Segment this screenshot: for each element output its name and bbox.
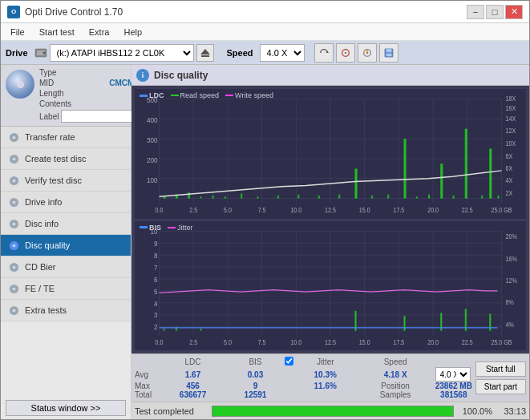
svg-text:18X: 18X xyxy=(506,95,516,103)
nav-item-cd-bier[interactable]: CD Bier xyxy=(1,256,131,278)
svg-text:22.5: 22.5 xyxy=(462,338,473,346)
max-bis: 9 xyxy=(227,382,284,390)
menu-file[interactable]: File xyxy=(4,26,31,38)
svg-rect-97 xyxy=(489,149,492,199)
disc-button[interactable] xyxy=(336,43,355,63)
avg-speed-value: 4.18 X xyxy=(356,367,435,382)
svg-text:0.0: 0.0 xyxy=(156,206,164,214)
svg-text:15.0: 15.0 xyxy=(359,338,370,346)
svg-text:200: 200 xyxy=(147,155,158,164)
svg-point-29 xyxy=(12,287,15,290)
svg-rect-94 xyxy=(453,196,455,199)
nav-item-drive-info[interactable]: Drive info xyxy=(1,192,131,213)
menu-extra[interactable]: Extra xyxy=(83,26,116,38)
svg-text:7: 7 xyxy=(154,263,158,272)
nav-item-extra-tests[interactable]: Extra tests xyxy=(1,300,131,321)
svg-text:2.5: 2.5 xyxy=(189,206,197,214)
legend-write-speed: Write speed xyxy=(225,91,273,99)
status-time: 33:13 xyxy=(497,406,526,416)
drive-icon xyxy=(34,46,47,59)
nav-item-disc-quality[interactable]: Disc quality xyxy=(1,235,131,256)
refresh-button[interactable] xyxy=(314,43,334,63)
nav-item-disc-info[interactable]: Disc info xyxy=(1,213,131,235)
svg-point-21 xyxy=(12,200,15,204)
svg-rect-147 xyxy=(200,329,201,330)
create-test-disc-label: Create test disc xyxy=(25,154,86,164)
start-part-button[interactable]: Start part xyxy=(475,379,526,394)
titlebar: O Opti Drive Control 1.70 − □ ✕ xyxy=(1,1,529,23)
app-icon: O xyxy=(7,6,20,18)
svg-text:20.0: 20.0 xyxy=(427,206,439,214)
nav-item-fe-te[interactable]: FE / TE xyxy=(1,278,131,300)
avg-ldc: 1.67 xyxy=(159,367,227,382)
svg-text:5.0: 5.0 xyxy=(224,206,232,214)
svg-point-27 xyxy=(12,265,15,269)
action-buttons: Start full Start part xyxy=(475,361,526,394)
menubar: File Start test Extra Help xyxy=(1,23,529,41)
speed-label: Speed xyxy=(227,48,253,58)
speed-select[interactable]: 4.0 X xyxy=(260,44,305,62)
svg-text:25.0 GB: 25.0 GB xyxy=(491,206,512,214)
progress-bar-container xyxy=(212,406,454,417)
svg-marker-3 xyxy=(200,49,210,55)
status-percent: 100.0% xyxy=(459,406,492,416)
legend-bis: BIS xyxy=(140,224,161,232)
nav-item-verify-test-disc[interactable]: Verify test disc xyxy=(1,170,131,192)
svg-rect-85 xyxy=(318,196,320,199)
nav-menu: Transfer rate Create test disc Verify te… xyxy=(1,127,131,321)
svg-rect-96 xyxy=(481,196,483,199)
drive-toolbar: Drive (k:) ATAPI iHBS112 2 CL0K Speed 4.… xyxy=(1,41,529,65)
total-ldc: 636677 xyxy=(159,390,227,399)
svg-text:7.5: 7.5 xyxy=(258,206,266,214)
svg-point-17 xyxy=(12,157,15,160)
legend-ldc: LDC xyxy=(140,91,164,99)
svg-text:100: 100 xyxy=(147,176,158,184)
status-text: Test completed xyxy=(135,406,207,416)
svg-text:6: 6 xyxy=(154,275,158,284)
svg-text:12.5: 12.5 xyxy=(325,206,336,214)
svg-text:16%: 16% xyxy=(506,255,517,263)
svg-rect-93 xyxy=(440,164,443,198)
svg-text:3: 3 xyxy=(154,310,158,319)
drive-select[interactable]: (k:) ATAPI iHBS112 2 CL0K xyxy=(50,44,194,62)
svg-text:0.0: 0.0 xyxy=(156,338,164,346)
minimize-button[interactable]: − xyxy=(467,5,484,19)
svg-rect-81 xyxy=(241,193,242,198)
svg-rect-88 xyxy=(371,196,373,199)
chart2-svg: 10 9 8 7 6 5 4 3 2 20% 16% 12% xyxy=(135,221,526,351)
chart1-svg: 500 400 300 200 100 18X 16X 14X 12X 10X … xyxy=(135,89,526,219)
svg-point-23 xyxy=(12,222,15,225)
maximize-button[interactable]: □ xyxy=(486,5,504,19)
svg-text:12.5: 12.5 xyxy=(325,338,336,346)
max-ldc: 456 xyxy=(159,382,227,390)
svg-text:8: 8 xyxy=(154,251,158,260)
chart-bis: BIS Jitter xyxy=(135,221,526,351)
eject-button[interactable] xyxy=(196,44,214,62)
menu-start-test[interactable]: Start test xyxy=(33,26,81,38)
svg-text:5: 5 xyxy=(154,286,158,295)
svg-rect-82 xyxy=(257,196,259,198)
svg-rect-12 xyxy=(386,53,391,55)
close-button[interactable]: ✕ xyxy=(505,5,523,19)
save-button[interactable] xyxy=(379,43,399,63)
menu-help[interactable]: Help xyxy=(117,26,148,38)
nav-item-transfer-rate[interactable]: Transfer rate xyxy=(1,127,131,148)
disc-icon xyxy=(6,70,34,99)
start-full-button[interactable]: Start full xyxy=(475,361,526,377)
stats-panel: LDC BIS Jitter Speed xyxy=(131,353,529,402)
verify-test-disc-label: Verify test disc xyxy=(25,176,82,185)
burn-button[interactable] xyxy=(358,43,377,63)
disc-quality-label: Disc quality xyxy=(25,240,70,250)
svg-rect-84 xyxy=(297,195,299,199)
drive-info-label: Drive info xyxy=(25,197,62,207)
speed-select-stats[interactable]: 4.0 X xyxy=(435,367,471,382)
verify-test-disc-icon xyxy=(7,174,20,187)
fe-te-icon xyxy=(7,282,20,295)
panel-title: Disc quality xyxy=(154,70,208,81)
jitter-checkbox[interactable] xyxy=(285,357,293,365)
nav-item-create-test-disc[interactable]: Create test disc xyxy=(1,148,131,170)
status-window-button[interactable]: Status window >> xyxy=(6,400,126,416)
label-label: Label xyxy=(39,112,59,121)
disc-quality-icon xyxy=(7,239,20,252)
progress-bar-fill xyxy=(212,406,453,416)
